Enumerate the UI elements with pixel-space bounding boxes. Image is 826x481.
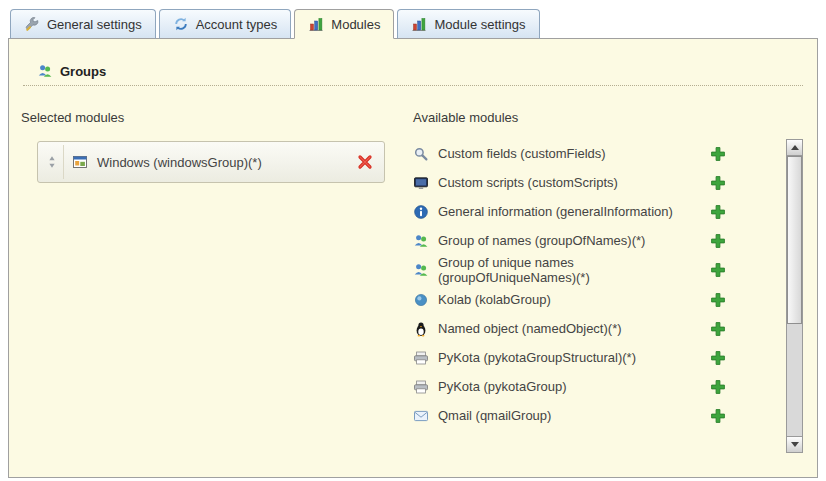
section-header: Groups [37, 63, 805, 79]
section-title: Groups [60, 64, 106, 79]
plus-icon [710, 204, 726, 220]
tab-module-settings[interactable]: Module settings [397, 9, 539, 39]
kolab-icon [413, 292, 429, 308]
tab-label: General settings [47, 17, 142, 32]
add-module-button[interactable] [710, 175, 726, 191]
modules-panel: Groups Selected modules Windows (windows… [8, 38, 818, 478]
group-icon [413, 233, 429, 249]
list-item: Custom fields (customFields) [413, 139, 786, 168]
arrow-down-icon [791, 442, 799, 447]
module-label: Group of unique names (groupOfUniqueName… [438, 255, 700, 286]
module-label: PyKota (pykotaGroupStructural)(*) [438, 350, 700, 365]
groups-icon [37, 63, 53, 79]
scroll-up-button[interactable] [787, 140, 802, 156]
module-label: Custom scripts (customScripts) [438, 175, 700, 190]
scrollbar-track[interactable] [787, 156, 802, 436]
add-module-button[interactable] [710, 350, 726, 366]
list-item: Qmail (qmailGroup) [413, 402, 786, 431]
tab-label: Account types [196, 17, 278, 32]
available-modules-list: Custom fields (customFields) Custom scri… [413, 139, 786, 453]
available-modules-heading: Available modules [413, 110, 805, 125]
selected-modules-column: Selected modules Windows (windowsGroup)(… [21, 110, 413, 453]
selected-module-row: Windows (windowsGroup)(*) [41, 145, 381, 179]
mail-icon [413, 408, 429, 424]
magnifier-icon [413, 146, 429, 162]
module-label: Kolab (kolabGroup) [438, 292, 700, 307]
scrollbar-thumb[interactable] [787, 156, 802, 324]
windows-icon [72, 154, 88, 170]
plus-icon [710, 233, 726, 249]
divider [23, 85, 803, 86]
delete-icon [357, 154, 373, 170]
remove-module-button[interactable] [357, 154, 373, 170]
add-module-button[interactable] [710, 233, 726, 249]
plus-icon [710, 175, 726, 191]
module-label: PyKota (pykotaGroup) [438, 379, 700, 394]
tab-modules[interactable]: Modules [294, 9, 394, 39]
module-label: General information (generalInformation) [438, 204, 700, 219]
module-label: Named object (namedObject)(*) [438, 321, 700, 336]
list-item: Group of unique names (groupOfUniqueName… [413, 255, 786, 286]
plus-icon [710, 408, 726, 424]
list-item: Custom scripts (customScripts) [413, 168, 786, 197]
selected-modules-heading: Selected modules [21, 110, 413, 125]
tab-account-types[interactable]: Account types [159, 9, 292, 39]
plus-icon [710, 321, 726, 337]
plus-icon [710, 146, 726, 162]
printer-icon [413, 379, 429, 395]
available-modules-column: Available modules Custom fields (customF… [413, 110, 805, 453]
module-label: Group of names (groupOfNames)(*) [438, 233, 700, 248]
group-icon [413, 262, 429, 278]
scrollbar [786, 139, 803, 453]
printer-icon [413, 350, 429, 366]
list-item: PyKota (pykotaGroup) [413, 373, 786, 402]
list-item: Named object (namedObject)(*) [413, 315, 786, 344]
wrench-icon [24, 16, 40, 32]
module-label: Custom fields (customFields) [438, 146, 700, 161]
arrow-up-icon [791, 145, 799, 150]
add-module-button[interactable] [710, 379, 726, 395]
tab-general-settings[interactable]: General settings [10, 9, 156, 39]
list-item: Kolab (kolabGroup) [413, 286, 786, 315]
chart-icon [411, 16, 427, 32]
list-item: PyKota (pykotaGroupStructural)(*) [413, 344, 786, 373]
scroll-down-button[interactable] [787, 436, 802, 452]
add-module-button[interactable] [710, 408, 726, 424]
drag-handle-icon[interactable] [41, 145, 64, 179]
tab-bar: General settings Account types Modules M… [0, 0, 826, 38]
list-item: General information (generalInformation) [413, 197, 786, 226]
add-module-button[interactable] [710, 204, 726, 220]
tab-label: Modules [331, 17, 380, 32]
plus-icon [710, 379, 726, 395]
plus-icon [710, 262, 726, 278]
chart-icon [308, 16, 324, 32]
plus-icon [710, 350, 726, 366]
list-item: Group of names (groupOfNames)(*) [413, 226, 786, 255]
penguin-icon [413, 321, 429, 337]
terminal-icon [413, 175, 429, 191]
info-icon [413, 204, 429, 220]
selected-modules-list: Windows (windowsGroup)(*) [37, 141, 385, 183]
selected-module-label: Windows (windowsGroup)(*) [97, 155, 357, 170]
module-label: Qmail (qmailGroup) [438, 408, 700, 423]
add-module-button[interactable] [710, 146, 726, 162]
add-module-button[interactable] [710, 321, 726, 337]
plus-icon [710, 292, 726, 308]
add-module-button[interactable] [710, 262, 726, 278]
add-module-button[interactable] [710, 292, 726, 308]
sync-icon [173, 16, 189, 32]
tab-label: Module settings [434, 17, 525, 32]
